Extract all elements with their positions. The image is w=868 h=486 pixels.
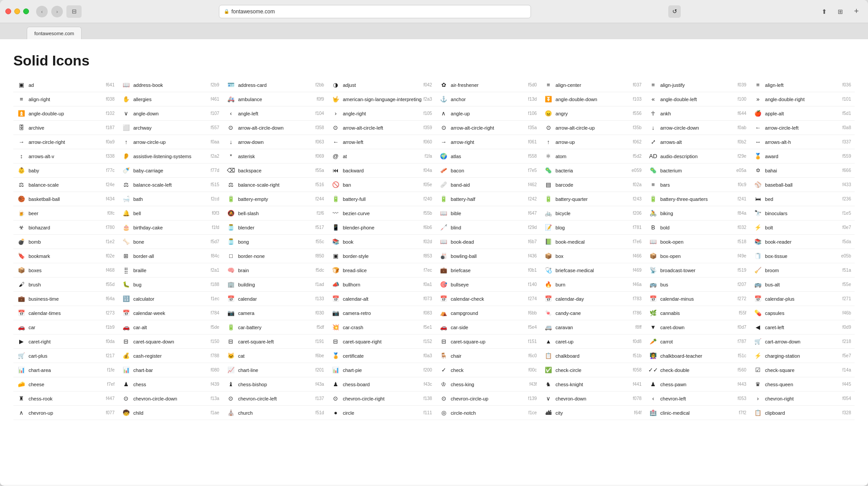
icon-name: angle-double-down [555, 97, 631, 102]
icon-code: f13d [528, 97, 537, 102]
icon-name: bahai [765, 168, 841, 173]
forward-button[interactable]: › [51, 6, 63, 17]
icon-name: church [238, 410, 314, 416]
icon-code: f8ff [635, 325, 642, 330]
icon-name: arrow-alt-circle-down [238, 125, 314, 131]
list-item: 🐱 cat f6be [223, 349, 328, 363]
icon-symbol: ∧ [439, 109, 448, 118]
list-item: 🏥 clinic-medical f7f2 [645, 406, 750, 420]
icon-symbol: 🔕 [226, 209, 235, 218]
icon-name: chart-bar [133, 368, 209, 373]
icon-symbol: 👩‍🏫 [649, 351, 658, 360]
icon-name: bacteria [555, 168, 630, 173]
icon-symbol: 🚗 [122, 323, 131, 332]
icon-code: f04a [424, 168, 432, 173]
list-item: ⊟ caret-square-left f191 [223, 335, 328, 349]
close-button[interactable] [5, 8, 11, 14]
icon-symbol: ⏬ [544, 95, 553, 104]
icon-name: book-medical [555, 239, 631, 245]
icon-symbol: ♔ [439, 380, 448, 389]
icon-code: f069 [315, 154, 324, 159]
icon-name: address-card [238, 82, 314, 88]
icon-name: align-left [765, 82, 841, 88]
icon-name: caret-square-down [133, 339, 209, 344]
icon-code: f447 [106, 396, 115, 401]
icon-symbol: 👶 [17, 166, 26, 175]
copy-button[interactable]: ⊞ [834, 5, 847, 18]
icon-code: f0a1 [424, 282, 432, 287]
icon-symbol: ↑ [122, 138, 131, 147]
icon-symbol: 🚗 [439, 323, 448, 332]
list-item: ⌫ backspace f55a [223, 163, 328, 178]
icon-symbol: ☣ [17, 223, 26, 232]
icon-name: cart-plus [29, 353, 104, 359]
toolbar-right: ⬆ ⊞ + [818, 5, 863, 18]
icon-code: f64f [634, 410, 642, 415]
icon-name: chart-area [29, 368, 105, 373]
icon-symbol: ⚛ [544, 152, 553, 161]
list-item: 📣 bullhorn f0a1 [328, 278, 436, 292]
reload-button[interactable]: ↺ [668, 5, 681, 18]
icon-name: boxes [29, 268, 104, 273]
list-item: 🛒 cart-plus f217 [13, 349, 118, 363]
list-item: ≡ align-justify f039 [645, 78, 750, 92]
icon-code: f140 [528, 282, 537, 287]
icon-name: cash-register [133, 353, 209, 359]
icon-symbol: ▶ [17, 337, 26, 346]
icon-code: f054 [843, 396, 851, 401]
icon-code: f51a [843, 268, 851, 273]
maximize-button[interactable] [23, 8, 29, 14]
list-item: ✓✓ check-double f560 [645, 363, 750, 377]
icon-name: apple-alt [765, 111, 841, 116]
icon-name: business-time [29, 296, 104, 302]
sidebar-button[interactable]: ⊟ [66, 5, 82, 18]
icon-name: angle-double-right [765, 97, 841, 102]
icon-name: angle-up [451, 111, 527, 116]
icon-code: f0b1 [528, 268, 537, 273]
address-bar[interactable]: 🔒 fontawesome.com [219, 5, 531, 18]
list-item: 💼 business-time f64a [13, 292, 118, 306]
add-tab-button[interactable]: + [850, 5, 863, 18]
icon-symbol: ⊙ [226, 394, 235, 403]
list-item: ♛ chess-queen f445 [750, 377, 855, 392]
back-button[interactable]: ‹ [36, 6, 48, 17]
icon-name: align-justify [660, 82, 736, 88]
list-item: ▤ barcode f02a [540, 178, 645, 192]
list-item: ⊙ arrow-alt-circle-up f35b [540, 121, 645, 135]
icon-name: camera-retro [343, 310, 422, 316]
icon-code: f5e7 [843, 353, 851, 358]
icon-code: f784 [210, 310, 219, 315]
icon-code: f0ab [738, 125, 746, 130]
list-item: 🧹 broom f51a [750, 263, 855, 278]
icon-symbol: 🚌 [753, 280, 762, 289]
active-tab[interactable]: fontawesome.com [27, 27, 82, 39]
list-item: ∨ angle-down f107 [118, 106, 223, 121]
icon-symbol: 📊 [122, 366, 131, 375]
icon-symbol: ⚖ [226, 180, 235, 189]
icon-name: atom [555, 154, 631, 159]
list-item: □ border-none f850 [223, 249, 328, 263]
share-button[interactable]: ⬆ [818, 5, 831, 18]
icon-symbol: ⚡ [753, 351, 762, 360]
icon-symbol: ⊙ [331, 123, 340, 132]
icon-symbol: 😠 [544, 109, 553, 118]
icon-symbol: 🦠 [649, 166, 658, 175]
icon-code: f64a [106, 296, 115, 301]
minimize-button[interactable] [14, 8, 20, 14]
icon-code: f46a [633, 282, 642, 287]
icon-name: arrow-alt-circle-up [555, 125, 631, 131]
icon-name: basketball-ball [29, 196, 104, 202]
icon-code: f781 [633, 225, 642, 230]
icon-name: arrow-up [555, 139, 631, 145]
icon-symbol: 🎯 [439, 280, 448, 289]
icon-code: f55f [739, 310, 746, 315]
icon-code: f1fa [424, 154, 432, 159]
icon-name: arrow-circle-down [660, 125, 736, 131]
icon-symbol: 📗 [544, 237, 553, 246]
icon-code: f338 [106, 154, 115, 159]
icon-symbol: ▲ [544, 337, 553, 346]
icon-code: f462 [528, 182, 537, 187]
icon-code: f053 [738, 396, 746, 401]
list-item: 🛏 bed f236 [750, 192, 855, 206]
icon-name: calculator [133, 296, 209, 302]
